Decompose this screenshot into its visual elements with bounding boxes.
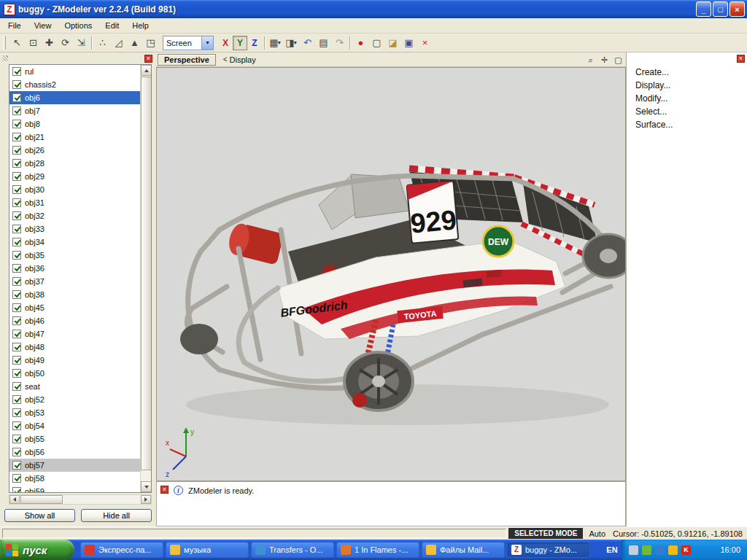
screen-combo-arrow[interactable]: ▾: [201, 36, 213, 50]
visibility-checkbox[interactable]: [12, 211, 21, 220]
object-row[interactable]: obj28: [9, 157, 140, 170]
redo-button[interactable]: ↷: [331, 35, 347, 51]
axis-y-button[interactable]: Y: [233, 36, 247, 50]
visibility-checkbox[interactable]: [12, 146, 21, 155]
visibility-checkbox[interactable]: [12, 343, 21, 351]
objects-panel-close-icon[interactable]: ×: [144, 55, 152, 63]
visibility-checkbox[interactable]: [12, 487, 21, 492]
visibility-checkbox[interactable]: [12, 461, 21, 470]
move-tool-button[interactable]: ✚: [41, 35, 57, 51]
maximize-button[interactable]: □: [713, 1, 728, 17]
select-area-tool-button[interactable]: ⊡: [25, 35, 41, 51]
object-row[interactable]: obj50: [9, 367, 140, 380]
menu-view[interactable]: View: [28, 19, 58, 32]
update-icon[interactable]: [668, 545, 678, 555]
object-row[interactable]: obj7: [9, 104, 140, 117]
visibility-checkbox[interactable]: [12, 303, 21, 312]
visibility-checkbox[interactable]: [12, 474, 21, 483]
object-row[interactable]: obj38: [9, 288, 140, 301]
edges-mode-button[interactable]: ◿: [110, 35, 126, 51]
object-row[interactable]: obj8: [9, 117, 140, 131]
visibility-checkbox[interactable]: [12, 316, 21, 325]
zoom-tool-icon[interactable]: ⌕: [584, 55, 597, 66]
undo-button[interactable]: ↶: [299, 35, 315, 51]
visibility-checkbox[interactable]: [12, 67, 21, 76]
task-transfers[interactable]: Transfers - O...: [251, 542, 334, 558]
object-row[interactable]: obj52: [9, 393, 140, 406]
screen-combo[interactable]: Screen ▾: [163, 36, 214, 50]
visibility-checkbox[interactable]: [12, 369, 21, 378]
visibility-checkbox[interactable]: [12, 133, 21, 141]
minimize-button[interactable]: _: [696, 1, 711, 17]
visibility-checkbox[interactable]: [12, 290, 21, 299]
object-row[interactable]: obj33: [9, 222, 140, 236]
visibility-checkbox[interactable]: [12, 395, 21, 404]
axis-x-button[interactable]: X: [218, 36, 233, 50]
modify-menu-item[interactable]: Modify...: [627, 92, 747, 105]
object-row[interactable]: obj36: [9, 262, 140, 275]
menu-help[interactable]: Help: [125, 19, 155, 32]
object-row[interactable]: rul: [9, 65, 140, 78]
visibility-checkbox[interactable]: [12, 421, 21, 430]
hscrollbar-thumb[interactable]: [20, 495, 63, 504]
close-button[interactable]: ×: [729, 1, 745, 17]
object-row[interactable]: obj59: [9, 485, 140, 492]
select-menu-item[interactable]: Select...: [627, 105, 747, 118]
visibility-checkbox[interactable]: [12, 172, 21, 181]
visibility-checkbox[interactable]: [12, 382, 21, 391]
scale-tool-button[interactable]: ⇲: [73, 35, 89, 51]
vertices-mode-button[interactable]: ∴: [94, 35, 110, 51]
object-row[interactable]: obj45: [9, 301, 140, 314]
display-breadcrumb[interactable]: Display: [230, 55, 256, 64]
object-row[interactable]: seat: [9, 380, 140, 393]
object-row[interactable]: obj35: [9, 249, 140, 262]
visibility-checkbox[interactable]: [12, 159, 21, 168]
message-panel-close-icon[interactable]: ×: [160, 486, 169, 494]
object-row[interactable]: obj32: [9, 209, 140, 222]
object-row[interactable]: obj46: [9, 314, 140, 327]
object-row[interactable]: chassis2: [9, 78, 140, 91]
visibility-checkbox[interactable]: [12, 251, 21, 260]
scrollbar-thumb[interactable]: [141, 77, 152, 470]
object-row[interactable]: obj48: [9, 341, 140, 354]
record-button[interactable]: ●: [352, 35, 368, 51]
scroll-up-icon[interactable]: [141, 65, 152, 76]
object-row[interactable]: obj56: [9, 446, 140, 459]
visibility-checkbox[interactable]: [12, 408, 21, 417]
surface-menu-item[interactable]: Surface...: [627, 118, 747, 131]
visibility-checkbox[interactable]: [12, 238, 21, 246]
menu-options[interactable]: Options: [58, 19, 98, 32]
visibility-checkbox[interactable]: [12, 120, 21, 128]
object-row[interactable]: obj37: [9, 275, 140, 288]
object-row[interactable]: obj55: [9, 432, 140, 446]
object-row[interactable]: obj49: [9, 354, 140, 367]
panel-grip-icon[interactable]: [2, 55, 8, 61]
object-row[interactable]: obj34: [9, 236, 140, 249]
object-row[interactable]: obj31: [9, 196, 140, 209]
menu-file[interactable]: File: [1, 19, 28, 32]
faces-mode-button[interactable]: ▲: [126, 35, 142, 51]
history-button[interactable]: ▤: [315, 35, 331, 51]
menu-edit[interactable]: Edit: [98, 19, 125, 32]
messenger-icon[interactable]: [642, 545, 651, 555]
delete-button[interactable]: ×: [417, 35, 433, 51]
volume-icon[interactable]: [629, 545, 638, 555]
scroll-left-icon[interactable]: [9, 495, 20, 504]
visibility-checkbox[interactable]: [12, 330, 21, 338]
task-express[interactable]: Экспресс-па...: [80, 542, 163, 558]
commands-panel-close-icon[interactable]: ×: [737, 55, 745, 63]
view-dropdown-button[interactable]: ◨▾: [283, 35, 299, 51]
new-file-button[interactable]: ▢: [368, 35, 384, 51]
object-row[interactable]: obj26: [9, 144, 140, 157]
task-mail-files[interactable]: Файлы Mail...: [422, 542, 505, 558]
show-all-button[interactable]: Show all: [4, 509, 75, 522]
scroll-right-icon[interactable]: [141, 495, 151, 504]
task-buggy[interactable]: Z buggy - ZMo...: [507, 542, 590, 558]
objects-mode-button[interactable]: ◳: [142, 35, 158, 51]
rotate-tool-button[interactable]: ⟳: [57, 35, 73, 51]
scroll-down-icon[interactable]: [141, 481, 152, 492]
open-file-button[interactable]: ◪: [384, 35, 400, 51]
start-button[interactable]: пуск: [0, 540, 74, 560]
object-row[interactable]: obj29: [9, 170, 140, 183]
language-indicator[interactable]: EN: [603, 540, 622, 560]
